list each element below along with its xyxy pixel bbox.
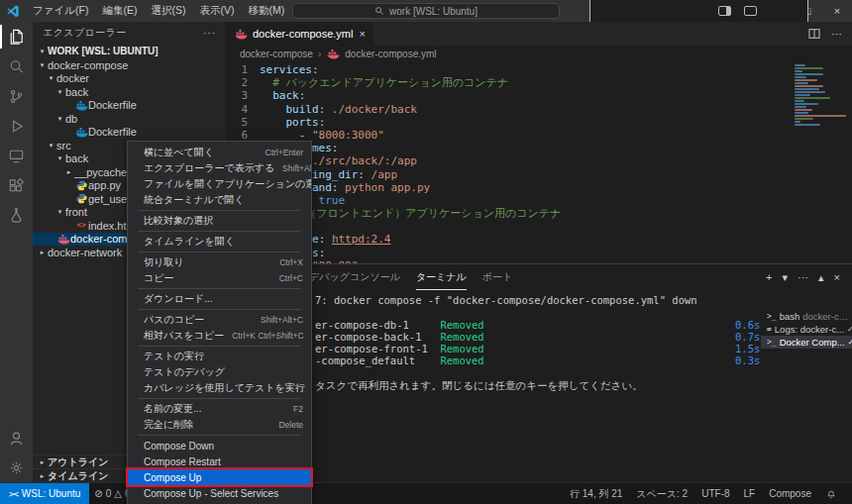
new-terminal-icon[interactable]: + — [766, 271, 772, 283]
toggle-panel-icon[interactable] — [686, 0, 711, 22]
vscode-logo-icon — [0, 4, 26, 18]
tree-item-Dockerfile[interactable]: Dockerfile — [33, 99, 226, 113]
status-item-1[interactable]: スペース: 2 — [629, 483, 694, 504]
breadcrumb-folder[interactable]: docker-compose — [240, 49, 313, 59]
context-menu-item-3[interactable]: 統合ターミナルで開く — [128, 192, 311, 208]
context-menu-item-1[interactable]: エクスプローラーで表示するShift+Alt+R — [128, 160, 311, 176]
tree-item-back[interactable]: ▾back — [33, 85, 226, 99]
code-line-text: services: — [260, 63, 319, 76]
status-bar-left: >< WSL: Ubuntu ⊘ 0 △ 0 — [0, 483, 136, 504]
code-line-2: 2 # バックエンドアプリケーション用のコンテナ — [226, 76, 852, 89]
context-menu-item-12[interactable]: ダウンロード... — [128, 291, 311, 307]
panel-tab-ポート[interactable]: ポート — [482, 264, 512, 290]
menu-item-1[interactable]: 編集(E) — [95, 0, 144, 22]
search-icon[interactable] — [0, 51, 33, 81]
command-center-title: work [WSL: Ubuntu] — [389, 6, 478, 17]
remote-indicator[interactable]: >< WSL: Ubuntu — [0, 483, 89, 504]
settings-icon[interactable] — [0, 453, 33, 482]
editor-more-actions-icon[interactable]: ··· — [831, 28, 842, 40]
workspace-section-header[interactable]: ▾ WORK [WSL: UBUNTU] — [33, 44, 226, 58]
testing-icon[interactable] — [0, 200, 33, 230]
context-menu-item-label: エクスプローラーで表示する — [144, 161, 274, 175]
tree-item-label: src — [56, 140, 71, 151]
panel-tab-ターミナル[interactable]: ターミナル — [416, 264, 467, 290]
close-button[interactable]: × — [822, 0, 852, 22]
minimap[interactable] — [795, 64, 849, 127]
tree-item-docker[interactable]: ▾docker — [33, 72, 226, 86]
code-line-text: back: — [260, 89, 305, 102]
context-menu-item-21[interactable]: 名前の変更...F2 — [128, 401, 311, 417]
more-actions-icon[interactable]: ··· — [798, 271, 808, 283]
context-menu-item-24[interactable]: Compose Down — [128, 438, 311, 454]
code-editor[interactable]: 1services:2 # バックエンドアプリケーション用のコンテナ3 back… — [226, 61, 852, 263]
notifications-bell-icon[interactable] — [818, 483, 844, 504]
status-item-0[interactable]: 行 14, 列 21 — [563, 483, 629, 504]
activity-bar-bottom — [0, 423, 33, 482]
chevron-right-icon: › — [318, 49, 321, 59]
run-debug-icon[interactable] — [0, 111, 33, 141]
source-control-icon[interactable] — [0, 81, 33, 111]
python-icon — [74, 193, 88, 204]
account-icon[interactable] — [0, 423, 33, 453]
sidebar-header: エクスプローラー ··· — [33, 22, 226, 44]
minimap-line — [795, 76, 806, 78]
context-menu-item-shortcut: F2 — [293, 404, 303, 414]
context-menu-item-label: パスのコピー — [144, 313, 204, 327]
context-menu-item-15[interactable]: 相対パスをコピーCtrl+K Ctrl+Shift+C — [128, 328, 311, 344]
extensions-icon[interactable] — [0, 170, 33, 200]
minimap-line — [795, 91, 825, 93]
context-menu-item-label: 統合ターミナルで開く — [144, 193, 244, 207]
menu-item-2[interactable]: 選択(S) — [144, 0, 192, 22]
context-menu-item-7[interactable]: タイムラインを開く — [128, 234, 311, 250]
panel-tab-デバッグコンソール[interactable]: デバッグコンソール — [309, 264, 400, 290]
context-menu-item-9[interactable]: 切り取りCtrl+X — [128, 254, 311, 270]
terminal-list-item-0[interactable]: >_bashdocker-comp — [761, 310, 852, 323]
context-menu-item-17[interactable]: テストの実行 — [128, 349, 311, 364]
context-menu-item-14[interactable]: パスのコピーShift+Alt+C — [128, 312, 311, 328]
menu-separator — [138, 435, 301, 436]
menu-item-3[interactable]: 表示(V) — [192, 0, 241, 22]
launch-profile-icon[interactable]: ▾ — [783, 271, 789, 284]
context-menu-item-label: ファイルを開くアプリケーションの選択... — [144, 177, 311, 191]
menu-item-0[interactable]: ファイル(F) — [26, 0, 95, 22]
tab-close-icon[interactable]: × — [360, 28, 366, 40]
tree-item-db[interactable]: ▾db — [33, 112, 226, 126]
split-editor-icon[interactable] — [807, 27, 821, 41]
context-menu-item-25[interactable]: Compose Restart — [128, 454, 311, 469]
line-number: 3 — [226, 89, 260, 102]
terminal-list-item-1[interactable]: ≡Logs: docker-c...✓ — [761, 323, 852, 336]
context-menu-item-27[interactable]: Compose Up - Select Services — [128, 485, 311, 501]
context-menu-item-label: カバレッジを使用してテストを実行 — [144, 381, 305, 395]
context-menu-item-26[interactable]: Compose Up — [128, 469, 311, 485]
minimap-line — [795, 118, 813, 120]
breadcrumb[interactable]: docker-compose › docker-compose.yml — [226, 46, 852, 61]
explorer-icon[interactable] — [0, 22, 33, 51]
context-menu-item-19[interactable]: カバレッジを使用してテストを実行 — [128, 380, 311, 396]
tree-item-docker-compose[interactable]: ▾docker-compose — [33, 58, 226, 72]
code-line-7: 7 volumes: — [226, 142, 852, 154]
context-menu-item-5[interactable]: 比較対象の選択 — [128, 213, 311, 229]
terminal-list-item-2[interactable]: >_Docker Comp...✓ — [761, 336, 852, 349]
maximize-panel-icon[interactable]: ▴ — [818, 271, 824, 284]
editor-area: docker-compose.yml × ··· docker-compose … — [226, 22, 852, 482]
terminal-list-label: Logs: docker-c... — [775, 324, 844, 335]
remote-explorer-icon[interactable] — [0, 141, 33, 170]
context-menu-item-2[interactable]: ファイルを開くアプリケーションの選択... — [128, 176, 311, 192]
tab-docker-compose-yml[interactable]: docker-compose.yml × — [226, 22, 374, 46]
tree-item-Dockerfile[interactable]: Dockerfile — [33, 126, 226, 140]
status-item-3[interactable]: LF — [737, 483, 763, 504]
sidebar-more-icon[interactable]: ··· — [203, 28, 216, 39]
context-menu-item-22[interactable]: 完全に削除Delete — [128, 417, 311, 433]
editor-actions: ··· — [807, 22, 852, 46]
context-menu-item-10[interactable]: コピーCtrl+C — [128, 270, 311, 286]
close-panel-icon[interactable]: × — [834, 271, 840, 283]
menu-bar: ファイル(F)編集(E)選択(S)表示(V)移動(M)··· — [26, 0, 316, 22]
breadcrumb-file[interactable]: docker-compose.yml — [345, 49, 436, 59]
command-center[interactable]: work [WSL: Ubuntu] — [292, 3, 560, 19]
context-menu-item-0[interactable]: 横に並べて開くCtrl+Enter — [128, 145, 311, 160]
status-item-2[interactable]: UTF-8 — [694, 483, 736, 504]
menu-item-4[interactable]: 移動(M) — [241, 0, 291, 22]
status-item-4[interactable]: Compose — [762, 483, 818, 504]
context-menu-item-18[interactable]: テストのデバッグ — [128, 364, 311, 380]
terminal-line-0: 7: docker compose -f "docker-compose/doc… — [238, 294, 761, 306]
